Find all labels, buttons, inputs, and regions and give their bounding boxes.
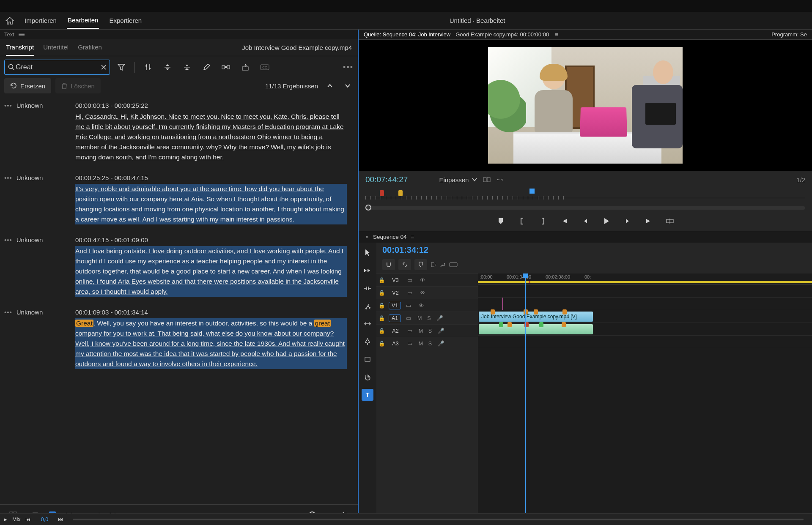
- go-to-out-button[interactable]: [643, 216, 654, 227]
- toggle-output-icon[interactable]: ▭: [402, 315, 415, 321]
- search-input[interactable]: [15, 63, 101, 71]
- lane-a1[interactable]: [478, 323, 812, 335]
- cc-button[interactable]: CC: [257, 60, 273, 75]
- segment-text[interactable]: Hi, Cassandra. Hi, Kit Johnson. Nice to …: [75, 112, 347, 162]
- sequence-name[interactable]: Sequence 04: [373, 234, 407, 240]
- mark-out-button[interactable]: [538, 216, 549, 227]
- compare-icon[interactable]: [483, 177, 491, 183]
- clip-marker-icon[interactable]: [508, 322, 512, 327]
- seq-menu-icon[interactable]: ≡: [411, 234, 414, 240]
- solo-button[interactable]: S: [424, 315, 433, 321]
- pen-tool[interactable]: [362, 336, 373, 347]
- clip-marker-icon[interactable]: [534, 309, 538, 314]
- rectangle-tool[interactable]: [362, 353, 373, 365]
- transcript-segment[interactable]: •••Unknown 00:01:09:03 - 00:01:34:14 Gre…: [0, 304, 351, 377]
- track-header-a1[interactable]: 🔒A1▭MS🎤: [376, 312, 478, 324]
- eye-icon[interactable]: 👁: [415, 303, 428, 309]
- segment-text[interactable]: Great. Well, you say you have an interes…: [75, 318, 347, 369]
- prev-result-button[interactable]: [324, 80, 336, 92]
- subtab-graphics[interactable]: Grafiken: [78, 39, 102, 56]
- mix-slider[interactable]: [73, 519, 804, 520]
- expand-icon[interactable]: ▸: [4, 516, 7, 522]
- timeline-ruler[interactable]: :00:00 00:01:04:00 00:02:08:00 00:: [478, 273, 812, 284]
- hand-tool[interactable]: [362, 371, 373, 383]
- export-button[interactable]: [237, 60, 253, 75]
- solo-button[interactable]: S: [425, 341, 435, 347]
- mix-value[interactable]: 0,0: [36, 517, 53, 522]
- marker-icon[interactable]: [398, 190, 403, 196]
- split-button[interactable]: [179, 60, 195, 75]
- toggle-output-icon[interactable]: ▭: [403, 290, 416, 296]
- replace-button[interactable]: Ersetzen: [4, 78, 51, 93]
- slip-tool[interactable]: [362, 318, 373, 330]
- playhead[interactable]: [529, 189, 535, 194]
- segment-menu-icon[interactable]: •••: [4, 174, 12, 181]
- solo-button[interactable]: S: [425, 328, 435, 334]
- search-field[interactable]: [4, 60, 110, 75]
- lock-icon[interactable]: 🔒: [376, 340, 387, 347]
- track-header-a2[interactable]: 🔒A2▭MS🎤: [376, 324, 478, 337]
- lock-icon[interactable]: 🔒: [376, 328, 387, 334]
- linked-sel-button[interactable]: [398, 259, 411, 270]
- markers-button[interactable]: [414, 259, 427, 270]
- audio-clip[interactable]: [479, 324, 593, 334]
- edit-pencil-button[interactable]: [198, 60, 214, 75]
- subtab-subtitles[interactable]: Untertitel: [43, 39, 69, 56]
- clip-marker-icon[interactable]: [539, 322, 543, 327]
- merge-up-button[interactable]: [159, 60, 176, 75]
- source-time-ruler[interactable]: [365, 189, 805, 203]
- lock-icon[interactable]: 🔒: [376, 290, 387, 296]
- close-seq-icon[interactable]: ×: [365, 234, 369, 240]
- clip-marker-icon[interactable]: [491, 309, 495, 314]
- source-menu-icon[interactable]: ≡: [555, 31, 558, 38]
- cc-small-icon[interactable]: [449, 262, 458, 267]
- lock-icon[interactable]: 🔒: [376, 302, 387, 309]
- transcript-list[interactable]: •••Unknown 00:00:00:13 - 00:00:25:22 Hi,…: [0, 98, 358, 504]
- tab-import[interactable]: Importieren: [24, 13, 58, 28]
- go-to-in-button[interactable]: [559, 216, 570, 227]
- segment-menu-icon[interactable]: •••: [4, 309, 12, 316]
- mute-button[interactable]: M: [416, 328, 425, 334]
- home-button[interactable]: [0, 17, 19, 25]
- eye-icon[interactable]: 👁: [416, 277, 429, 283]
- lock-icon[interactable]: 🔒: [376, 315, 387, 321]
- expand-arrows-icon[interactable]: [497, 177, 504, 183]
- clip-marker-icon[interactable]: [524, 309, 528, 314]
- insert-clip-button[interactable]: [664, 216, 675, 227]
- panel-menu-icon[interactable]: [19, 33, 25, 36]
- track-lanes[interactable]: :00:00 00:01:04:00 00:02:08:00 00:: [478, 273, 812, 525]
- segment-menu-icon[interactable]: •••: [4, 102, 12, 109]
- resolution-ratio[interactable]: 1/2: [796, 176, 805, 183]
- wrench-icon[interactable]: [440, 262, 446, 268]
- snap-button[interactable]: [382, 259, 395, 270]
- clip-marker-icon[interactable]: [499, 322, 503, 327]
- razor-tool[interactable]: [362, 300, 373, 312]
- mute-button[interactable]: M: [416, 341, 425, 347]
- add-marker-button[interactable]: [495, 216, 506, 227]
- transcript-segment[interactable]: •••Unknown 00:00:47:15 - 00:01:09:00 And…: [0, 232, 351, 304]
- source-monitor[interactable]: [359, 40, 812, 171]
- step-back-button[interactable]: [580, 216, 591, 227]
- toggle-output-icon[interactable]: ▭: [403, 277, 416, 283]
- skip-end-icon[interactable]: ⏭: [58, 517, 63, 522]
- step-fwd-button[interactable]: [622, 216, 633, 227]
- lane-v1[interactable]: Job Interview Good Example copy.mp4 [V]: [478, 310, 812, 323]
- track-header-a3[interactable]: 🔒A3▭MS🎤: [376, 337, 478, 350]
- toggle-output-icon[interactable]: ▭: [403, 340, 416, 347]
- clip-marker-icon[interactable]: [562, 322, 566, 327]
- play-button[interactable]: [601, 216, 612, 227]
- mic-icon[interactable]: 🎤: [435, 340, 447, 347]
- lock-icon[interactable]: 🔒: [376, 277, 387, 283]
- ripple-tool[interactable]: [362, 282, 373, 294]
- eye-icon[interactable]: 👁: [416, 290, 429, 296]
- lane-a2[interactable]: [478, 335, 812, 348]
- toggle-output-icon[interactable]: ▭: [402, 302, 415, 309]
- mic-icon[interactable]: 🎤: [433, 315, 446, 321]
- track-header-v1[interactable]: 🔒V1▭👁: [376, 299, 478, 312]
- settings-sliders-button[interactable]: [140, 60, 156, 75]
- mic-icon[interactable]: 🎤: [435, 328, 447, 334]
- skip-start-icon[interactable]: ⏮: [25, 517, 31, 522]
- tag-icon[interactable]: [431, 262, 436, 268]
- source-timecode[interactable]: 00:07:44:27: [365, 175, 408, 184]
- track-header-v2[interactable]: 🔒V2▭👁: [376, 286, 478, 299]
